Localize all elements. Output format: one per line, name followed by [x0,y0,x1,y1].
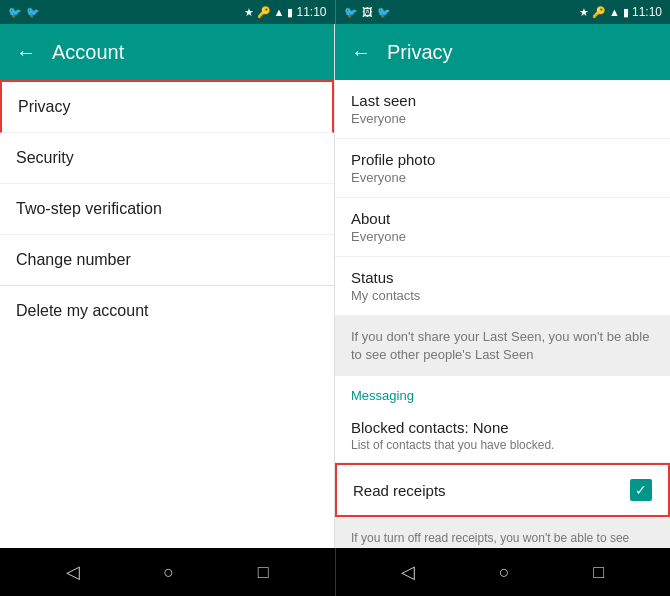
right-status-icons: 🐦 🖼 🐦 [344,6,391,19]
about-subtitle: Everyone [351,229,654,244]
privacy-item-profile-photo[interactable]: Profile photo Everyone [335,139,670,198]
twitter-icon-1: 🐦 [8,6,22,19]
read-receipts-label: Read receipts [353,482,446,499]
bluetooth-icon: ★ [244,6,254,19]
menu-item-delete-account[interactable]: Delete my account [0,286,334,337]
privacy-list: Last seen Everyone Profile photo Everyon… [335,80,670,548]
twitter-icon-3: 🐦 [344,6,358,19]
key-icon: 🔑 [257,6,271,19]
right-back-nav[interactable]: ◁ [401,561,415,583]
menu-item-two-step[interactable]: Two-step verification [0,184,334,235]
right-bottom-nav: ◁ ○ □ [336,548,671,596]
profile-photo-subtitle: Everyone [351,170,654,185]
read-receipts-checkbox[interactable]: ✓ [630,479,652,501]
left-header: ← Account [0,24,334,80]
messaging-section-header: Messaging [335,376,670,409]
wifi-icon-2: ▲ [609,6,620,18]
left-recents-nav[interactable]: □ [258,562,269,583]
last-seen-info: If you don't share your Last Seen, you w… [335,316,670,376]
menu-item-change-number[interactable]: Change number [0,235,334,286]
right-header-title: Privacy [387,41,453,64]
bluetooth-icon-2: ★ [579,6,589,19]
status-bars: 🐦 🐦 ★ 🔑 ▲ ▮ 11:10 🐦 🖼 🐦 ★ 🔑 ▲ ▮ 11:10 [0,0,670,24]
battery-icon: ▮ [287,6,293,19]
right-back-button[interactable]: ← [351,41,371,64]
key-icon-2: 🔑 [592,6,606,19]
blocked-contacts-subtitle: List of contacts that you have blocked. [351,438,654,452]
right-status-right: ★ 🔑 ▲ ▮ 11:10 [579,5,662,19]
battery-icon-2: ▮ [623,6,629,19]
wifi-icon: ▲ [274,6,285,18]
twitter-icon-4: 🐦 [377,6,391,19]
status-title: Status [351,269,654,286]
left-menu: Privacy Security Two-step verification C… [0,80,334,548]
left-panel: ← Account Privacy Security Two-step veri… [0,24,335,548]
right-recents-nav[interactable]: □ [593,562,604,583]
blocked-contacts-title: Blocked contacts: None [351,419,654,436]
right-time: 11:10 [632,5,662,19]
main-content: ← Account Privacy Security Two-step veri… [0,24,670,548]
left-time: 11:10 [296,5,326,19]
menu-item-privacy[interactable]: Privacy [0,80,334,133]
profile-photo-title: Profile photo [351,151,654,168]
right-home-nav[interactable]: ○ [499,562,510,583]
right-panel: ← Privacy Last seen Everyone Profile pho… [335,24,670,548]
menu-item-security[interactable]: Security [0,133,334,184]
left-header-title: Account [52,41,124,64]
left-bottom-nav: ◁ ○ □ [0,548,336,596]
left-status-bar: 🐦 🐦 ★ 🔑 ▲ ▮ 11:10 [0,0,336,24]
right-status-bar: 🐦 🖼 🐦 ★ 🔑 ▲ ▮ 11:10 [336,0,671,24]
read-receipts-info: If you turn off read receipts, you won't… [335,517,670,548]
read-receipts-row[interactable]: Read receipts ✓ [335,463,670,517]
left-back-nav[interactable]: ◁ [66,561,80,583]
left-home-nav[interactable]: ○ [163,562,174,583]
about-title: About [351,210,654,227]
last-seen-title: Last seen [351,92,654,109]
status-subtitle: My contacts [351,288,654,303]
blocked-contacts-item[interactable]: Blocked contacts: None List of contacts … [335,409,670,463]
right-header: ← Privacy [335,24,670,80]
privacy-item-about[interactable]: About Everyone [335,198,670,257]
privacy-item-status[interactable]: Status My contacts [335,257,670,316]
twitter-icon-2: 🐦 [26,6,40,19]
left-status-right: ★ 🔑 ▲ ▮ 11:10 [244,5,327,19]
bottom-navigation: ◁ ○ □ ◁ ○ □ [0,548,670,596]
left-status-icons: 🐦 🐦 [8,6,40,19]
last-seen-subtitle: Everyone [351,111,654,126]
privacy-item-last-seen[interactable]: Last seen Everyone [335,80,670,139]
left-back-button[interactable]: ← [16,41,36,64]
image-icon: 🖼 [362,6,373,18]
